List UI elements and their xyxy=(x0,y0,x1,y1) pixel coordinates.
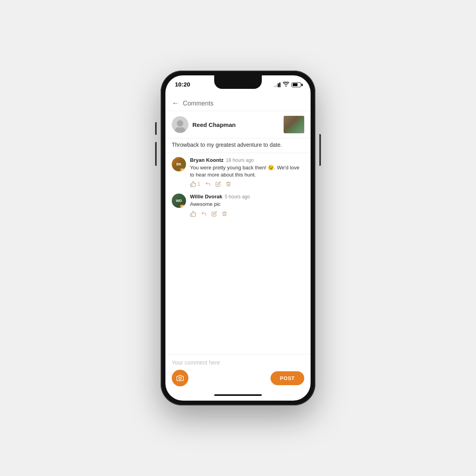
reply-button-2[interactable] xyxy=(201,211,207,217)
comment-text-1: You were pretty young back then! 😉. We'd… xyxy=(190,164,304,178)
comment-header-1: Bryan Koontz 18 hours ago xyxy=(190,157,304,163)
notch xyxy=(214,75,262,89)
comment-header-2: Willie Dvorak 5 hours ago xyxy=(190,194,304,200)
comment-item: BK PRO Bryan Koontz 18 hours ago You wer… xyxy=(172,157,304,187)
nav-title: Comments xyxy=(183,100,213,107)
comment-content-1: Bryan Koontz 18 hours ago You were prett… xyxy=(190,157,304,187)
home-bar xyxy=(214,394,262,396)
camera-button[interactable] xyxy=(172,370,188,386)
signal-icon xyxy=(274,83,281,87)
post-button[interactable]: POST xyxy=(271,371,304,385)
comment-text-2: Awesome pic xyxy=(190,201,304,208)
edit-button-2[interactable] xyxy=(211,211,217,217)
mute-button xyxy=(155,122,157,135)
comment-avatar-bryan: BK PRO xyxy=(172,157,186,171)
comment-actions-1: 1 xyxy=(190,181,304,187)
power-button xyxy=(319,134,321,166)
comment-time-2: 5 hours ago xyxy=(225,194,250,200)
like-button-2[interactable] xyxy=(190,211,196,217)
status-time: 10:20 xyxy=(175,81,190,88)
post-author-avatar xyxy=(172,116,188,133)
svg-point-0 xyxy=(179,377,181,380)
comment-avatar-willie: WD PRO xyxy=(172,194,186,208)
phone-screen: 10:20 xyxy=(165,75,311,401)
post-thumbnail[interactable] xyxy=(284,116,304,133)
comment-input[interactable]: Your comment here xyxy=(172,359,304,366)
battery-icon xyxy=(292,83,301,87)
navigation-bar: ← Comments xyxy=(165,96,311,111)
back-button[interactable]: ← xyxy=(172,99,179,107)
comment-time-1: 18 hours ago xyxy=(226,157,254,163)
comment-input-row: Your comment here xyxy=(172,359,304,366)
delete-button-2[interactable] xyxy=(222,211,227,217)
volume-button xyxy=(155,142,157,166)
edit-button-1[interactable] xyxy=(215,181,221,187)
delete-button-1[interactable] xyxy=(226,181,231,187)
post-caption: Throwback to my greatest adventure to da… xyxy=(165,138,311,153)
bottom-input-area: Your comment here POST xyxy=(165,354,311,390)
phone-frame: 10:20 xyxy=(161,71,315,405)
post-author-name: Reed Chapman xyxy=(192,121,284,128)
comment-content-2: Willie Dvorak 5 hours ago Awesome pic xyxy=(190,194,304,217)
comment-author-1: Bryan Koontz xyxy=(190,157,224,163)
wifi-icon xyxy=(283,82,289,88)
comment-author-2: Willie Dvorak xyxy=(190,194,223,200)
like-button-1[interactable]: 1 xyxy=(190,181,200,187)
comment-item: WD PRO Willie Dvorak 5 hours ago Awesome… xyxy=(172,194,304,217)
like-count-1: 1 xyxy=(198,181,200,187)
post-header: Reed Chapman xyxy=(165,111,311,138)
status-icons xyxy=(274,81,301,88)
bottom-buttons: POST xyxy=(172,370,304,386)
comment-actions-2 xyxy=(190,211,304,217)
reply-button-1[interactable] xyxy=(205,181,211,187)
home-indicator xyxy=(165,390,311,401)
comments-list: BK PRO Bryan Koontz 18 hours ago You wer… xyxy=(165,153,311,354)
